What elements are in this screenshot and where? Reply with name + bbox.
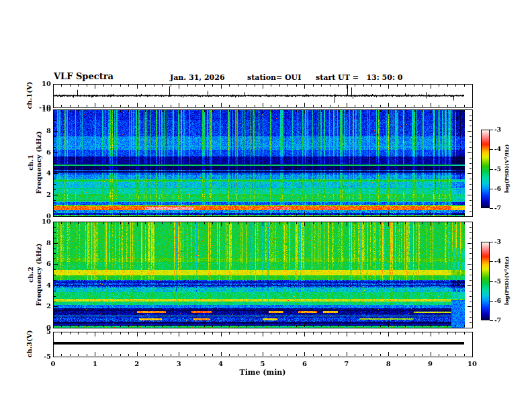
x-tick-label: 3: [172, 360, 185, 367]
x-tick-label: 10: [466, 360, 479, 367]
colorbar1: [481, 130, 490, 208]
voltage-tick-label: 10: [36, 80, 51, 87]
colorbar-tick-label: -6: [494, 298, 501, 304]
colorbar-tick-label: -3: [494, 126, 501, 133]
ch1-voltage-waveform-plot: [53, 84, 472, 107]
colorbar2: [481, 242, 490, 320]
colorbar1-label: log(PSD)(V²/Hz): [502, 128, 509, 209]
x-tick-label: 0: [46, 360, 60, 367]
ch1-spectrogram-plot: [53, 109, 472, 216]
voltage-tick-label: 5: [36, 328, 51, 335]
voltage-tick-label: -5: [36, 353, 51, 360]
freq-tick-label: 4: [36, 169, 51, 177]
ylabel-ch3-voltage: ch.3(V): [26, 320, 34, 367]
freq-tick-label: 2: [36, 191, 51, 198]
freq-tick-label: 6: [36, 148, 51, 156]
ylabel-ch2-channel: ch.2: [27, 224, 35, 325]
voltage-tick-label: -10: [36, 103, 51, 111]
colorbar-tick-label: -4: [494, 146, 501, 152]
freq-tick-label: 4: [36, 281, 51, 289]
xaxis-title: Time (min): [229, 368, 296, 377]
x-tick-label: 6: [298, 360, 311, 367]
freq-tick-label: 8: [36, 239, 51, 246]
ylabel-ch1-channel: ch.1: [27, 112, 35, 213]
x-tick-label: 1: [88, 360, 101, 367]
freq-tick-label: 10: [36, 218, 51, 225]
ch3-voltage-plot: [53, 332, 472, 357]
colorbar-tick-label: -7: [494, 317, 501, 324]
freq-tick-label: 8: [36, 127, 51, 134]
freq-tick-label: 2: [36, 302, 51, 310]
colorbar-tick-label: -6: [494, 185, 501, 192]
x-tick-label: 7: [340, 360, 353, 367]
vlf-spectra-figure: VLF Spectra Jan. 31, 2026 station= OUI s…: [0, 0, 532, 411]
colorbar-tick-label: -7: [494, 205, 501, 212]
colorbar2-label: log(PSD)(V²/Hz): [502, 240, 509, 321]
header-date: Jan. 31, 2026: [170, 73, 225, 82]
x-tick-label: 2: [130, 360, 144, 367]
freq-tick-label: 6: [36, 260, 51, 267]
x-tick-label: 8: [382, 360, 395, 367]
header-station: station= OUI: [247, 73, 301, 82]
colorbar-tick-label: -3: [494, 238, 501, 245]
colorbar-tick-label: -4: [494, 258, 501, 265]
x-tick-label: 5: [256, 360, 269, 367]
header-start-ut: start UT = 13: 50: 0: [316, 73, 402, 82]
figure-title: VLF Spectra: [54, 71, 114, 81]
x-tick-label: 4: [214, 360, 228, 367]
ch2-spectrogram-plot: [53, 222, 472, 328]
x-tick-label: 9: [424, 360, 437, 367]
colorbar-tick-label: -5: [494, 166, 501, 173]
colorbar-tick-label: -5: [494, 278, 501, 285]
